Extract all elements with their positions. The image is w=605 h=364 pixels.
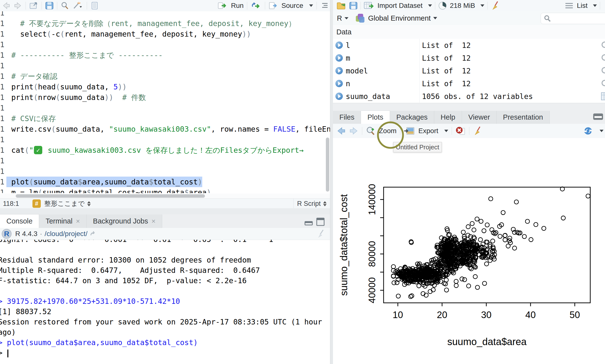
console-output[interactable]: Signif. codes: 0 '***' 0.001 '**' 0.01 '…: [0, 240, 330, 364]
refresh-plot-icon[interactable]: [583, 126, 594, 136]
code-line[interactable]: 1cat("✓ suumo_kawasaki003.csv を保存しました！左の…: [0, 145, 330, 155]
save-icon[interactable]: [45, 2, 54, 10]
export-button[interactable]: Export: [418, 127, 438, 135]
save-workspace-icon[interactable]: [349, 2, 358, 10]
run-icon[interactable]: [218, 2, 228, 10]
editor-horizontal-scrollbar[interactable]: [0, 194, 330, 198]
code-line[interactable]: 1write.csv(suumo_data, "suumo_kawasaki00…: [0, 124, 330, 134]
view-table-icon[interactable]: [601, 92, 605, 101]
code-line[interactable]: 1: [0, 39, 330, 50]
code-line[interactable]: 1: [0, 103, 330, 113]
close-tab-icon[interactable]: ×: [151, 217, 155, 225]
rerun-icon[interactable]: [251, 2, 261, 10]
scope-updown-icon[interactable]: [87, 201, 91, 206]
code-line[interactable]: 1: [0, 155, 330, 166]
code-line[interactable]: 1# ---------- 整形ここまで ----------: [0, 50, 330, 60]
environment-caret[interactable]: [433, 17, 437, 19]
expand-object-icon[interactable]: [335, 54, 343, 62]
environment-row-model[interactable]: modelList of 12: [333, 64, 605, 77]
code-line[interactable]: 1 select(-c(rent, management_fee, deposi…: [0, 29, 330, 39]
code-line[interactable]: 1print(nrow(suumo_data)) # 件数: [0, 92, 330, 103]
minimize-maximize-icons[interactable]: [303, 217, 328, 228]
code-line[interactable]: 1: [0, 60, 330, 71]
inspect-object-icon[interactable]: [601, 41, 605, 50]
refresh-plot-caret[interactable]: [600, 130, 604, 132]
back-icon[interactable]: [2, 2, 10, 9]
code-tools-wand-icon[interactable]: [72, 1, 83, 10]
language-selector[interactable]: R: [337, 14, 342, 22]
export-caret[interactable]: [444, 130, 448, 132]
doc-type-updown-icon[interactable]: [323, 201, 327, 206]
pane-tab-plots[interactable]: Plots: [361, 111, 390, 124]
environment-row-l[interactable]: lList of 12: [333, 39, 605, 52]
code-line[interactable]: 1# CSVに保存: [0, 113, 330, 124]
source-dropdown-caret[interactable]: [309, 4, 313, 7]
open-workspace-folder-icon[interactable]: [336, 1, 346, 10]
code-line[interactable]: 1print(head(suumo_data, 5)): [0, 82, 330, 92]
pane-tab-files[interactable]: Files: [333, 111, 361, 124]
code-line[interactable]: 1: [0, 11, 330, 18]
refresh-environment-icon[interactable]: [603, 1, 605, 11]
language-caret[interactable]: [345, 17, 348, 19]
environment-search-input[interactable]: [541, 13, 605, 24]
next-plot-icon[interactable]: [349, 127, 359, 135]
code-line[interactable]: 1: [0, 166, 330, 177]
expand-object-icon[interactable]: [335, 93, 343, 100]
list-view-caret[interactable]: [593, 4, 597, 7]
console-tab-console[interactable]: Console: [0, 214, 39, 228]
console-tab-terminal[interactable]: Terminal×: [39, 214, 86, 228]
pane-tab-viewer[interactable]: Viewer: [462, 111, 497, 124]
inspect-object-icon[interactable]: [601, 67, 605, 76]
inspect-object-icon[interactable]: [601, 79, 605, 89]
r-version[interactable]: R 4.4.3: [15, 230, 37, 238]
document-outline-icon[interactable]: [320, 2, 329, 9]
close-tab-icon[interactable]: ×: [76, 217, 80, 225]
expand-object-icon[interactable]: [335, 42, 343, 49]
code-editor[interactable]: 11 # 不要な元データを削除（rent, management_fee, de…: [0, 11, 330, 193]
open-directory-icon[interactable]: [89, 230, 98, 237]
import-dataset-caret[interactable]: [428, 4, 432, 7]
editor-vertical-scrollbar[interactable]: [326, 138, 329, 192]
export-plot-icon[interactable]: [404, 126, 415, 135]
scope-selector[interactable]: 整形ここまで: [44, 199, 85, 208]
clear-console-broom-icon[interactable]: [316, 229, 326, 239]
previous-plot-icon[interactable]: [336, 127, 346, 135]
source-button[interactable]: Source: [281, 2, 303, 10]
import-dataset-icon[interactable]: [364, 1, 375, 10]
import-dataset-button[interactable]: Import Dataset: [377, 2, 423, 10]
list-view-icon[interactable]: [564, 2, 574, 9]
code-line[interactable]: 1: [0, 134, 330, 145]
pane-tab-packages[interactable]: Packages: [390, 111, 434, 124]
environment-selector[interactable]: Global Environment: [368, 14, 431, 22]
memory-usage-button[interactable]: 218 MiB: [450, 2, 475, 10]
minimize-pane-icon[interactable]: [593, 113, 603, 120]
memory-usage-caret[interactable]: [480, 4, 484, 7]
console-tab-background-jobs[interactable]: Background Jobs×: [86, 214, 162, 228]
remove-plot-icon[interactable]: [455, 126, 466, 136]
environment-row-m[interactable]: mList of 12: [333, 52, 605, 65]
expand-object-icon[interactable]: [335, 67, 343, 74]
environment-row-suumo_data[interactable]: suumo_data1056 obs. of 12 variables: [333, 90, 605, 103]
source-icon[interactable]: [269, 2, 278, 10]
inspect-object-icon[interactable]: [601, 54, 605, 63]
code-line[interactable]: 1m = lm(suumo_data$total_cost~suumo_data…: [0, 187, 330, 193]
clear-environment-broom-icon[interactable]: [490, 1, 500, 11]
find-icon[interactable]: [61, 1, 69, 10]
pane-tab-help[interactable]: Help: [434, 111, 462, 124]
code-line[interactable]: 1 # 不要な元データを削除（rent, management_fee, dep…: [0, 18, 330, 29]
pane-tab-presentation[interactable]: Presentation: [497, 111, 550, 124]
code-line[interactable]: 1plot(suumo_data$area,suumo_data$total_c…: [0, 177, 330, 187]
run-button[interactable]: Run: [231, 2, 244, 10]
list-view-button[interactable]: List: [577, 2, 588, 10]
compile-notebook-icon[interactable]: [90, 1, 98, 10]
clear-plots-broom-icon[interactable]: [473, 126, 483, 136]
environment-row-n[interactable]: nList of 12: [333, 77, 605, 90]
zoom-plot-icon[interactable]: [366, 126, 375, 136]
doc-type-selector[interactable]: R Script: [297, 200, 321, 208]
code-line[interactable]: 1# データ確認: [0, 71, 330, 82]
forward-icon[interactable]: [14, 2, 22, 9]
expand-object-icon[interactable]: [335, 80, 343, 87]
open-in-window-icon[interactable]: [29, 2, 38, 10]
working-directory[interactable]: /cloud/project/: [45, 230, 87, 238]
zoom-button[interactable]: Zoom: [379, 127, 397, 135]
